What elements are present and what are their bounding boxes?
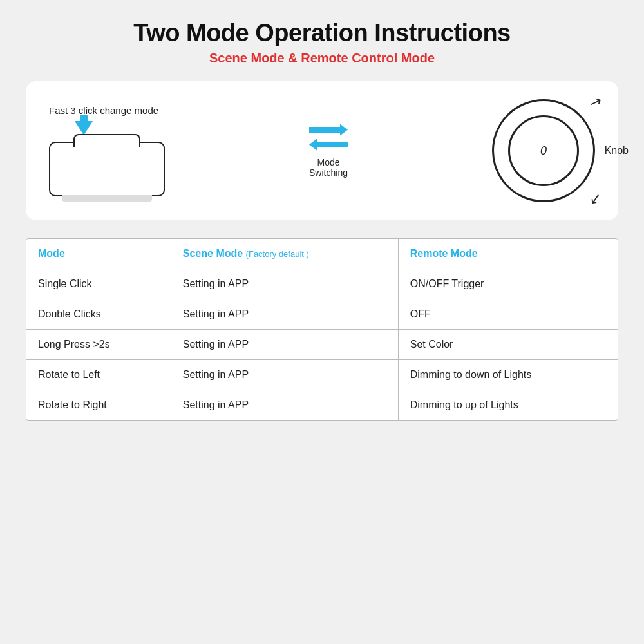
cell-remote: Set Color (398, 330, 618, 360)
table-header-row: Mode Scene Mode (Factory default ) Remot… (26, 239, 618, 269)
knob-outer: 0 (492, 99, 595, 202)
diagram-card: Fast 3 click change mode ModeSwitching 0… (26, 81, 618, 220)
click-label: Fast 3 click change mode (49, 105, 158, 116)
page-title: Two Mode Operation Instructions (133, 19, 510, 47)
rotate-arrow-bottom-icon: ↘ (589, 190, 603, 209)
table-body: Single ClickSetting in APPON/OFF Trigger… (26, 269, 618, 421)
table-row: Long Press >2sSetting in APPSet Color (26, 330, 618, 360)
cell-scene: Setting in APP (171, 299, 398, 330)
knob-label: Knob (605, 145, 629, 156)
cell-scene: Setting in APP (171, 330, 398, 360)
cell-scene: Setting in APP (171, 390, 398, 421)
mode-switch-arrows (309, 124, 348, 151)
instructions-table-wrapper: Mode Scene Mode (Factory default ) Remot… (26, 238, 618, 421)
cell-scene: Setting in APP (171, 269, 398, 299)
col-scene-header: Scene Mode (Factory default ) (171, 239, 398, 269)
cell-remote: Dimming to down of Lights (398, 360, 618, 390)
cell-remote: OFF (398, 299, 618, 330)
cell-remote: ON/OFF Trigger (398, 269, 618, 299)
rotate-arrow-top-icon: ↗ (587, 93, 604, 113)
diagram-left: Fast 3 click change mode (49, 105, 165, 196)
diagram-middle: ModeSwitching (309, 124, 348, 178)
knob-dot: 0 (540, 144, 547, 158)
cell-mode: Rotate to Right (26, 390, 171, 421)
knob-inner: 0 (508, 115, 579, 186)
instructions-table: Mode Scene Mode (Factory default ) Remot… (26, 239, 618, 420)
table-row: Rotate to LeftSetting in APPDimming to d… (26, 360, 618, 390)
col-remote-header: Remote Mode (398, 239, 618, 269)
arrow-left-icon (309, 139, 348, 151)
down-arrow-icon (75, 121, 93, 135)
cell-mode: Single Click (26, 269, 171, 299)
switch-label: ModeSwitching (309, 157, 348, 178)
device-illustration (49, 142, 165, 196)
table-row: Rotate to RightSetting in APPDimming to … (26, 390, 618, 421)
diagram-right: 0 ↗ ↘ Knob (492, 99, 595, 202)
cell-remote: Dimming to up of Lights (398, 390, 618, 421)
arrow-right-icon (309, 124, 348, 136)
table-row: Single ClickSetting in APPON/OFF Trigger (26, 269, 618, 299)
cell-mode: Long Press >2s (26, 330, 171, 360)
knob-wrapper: 0 ↗ ↘ Knob (492, 99, 595, 202)
table-row: Double ClicksSetting in APPOFF (26, 299, 618, 330)
cell-mode: Double Clicks (26, 299, 171, 330)
cell-scene: Setting in APP (171, 360, 398, 390)
subtitle: Scene Mode & Remote Control Mode (209, 51, 435, 66)
cell-mode: Rotate to Left (26, 360, 171, 390)
col-mode-header: Mode (26, 239, 171, 269)
